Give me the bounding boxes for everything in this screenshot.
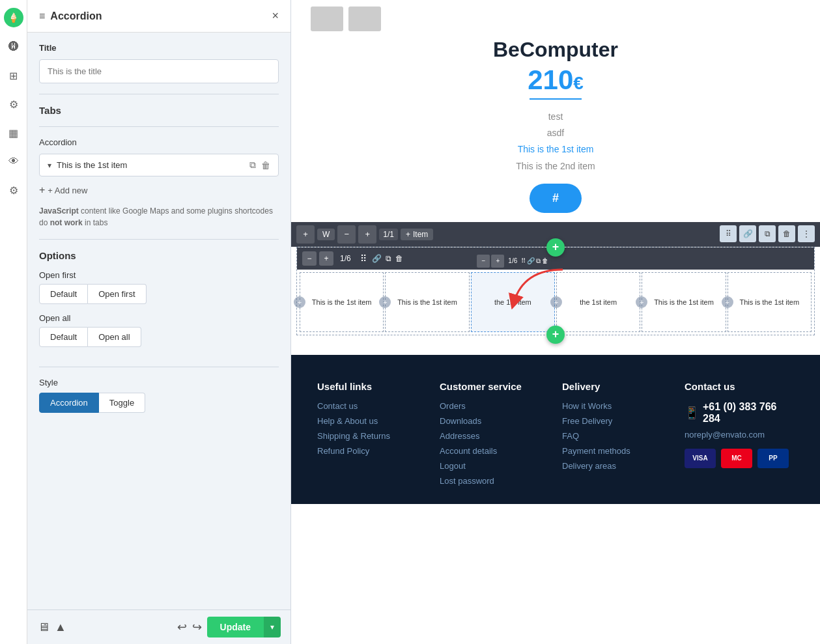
col-add-4[interactable]: + <box>550 296 562 308</box>
grid-minus-btn[interactable]: − <box>302 251 317 266</box>
undo-button[interactable]: ↩ <box>177 620 187 634</box>
footer-link-refund[interactable]: Refund Policy <box>317 446 427 456</box>
contact-email: noreply@envato.com <box>685 430 794 440</box>
price-value: 210 <box>528 64 573 95</box>
footer-link-shipping[interactable]: Shipping & Returns <box>317 431 427 441</box>
redo-button[interactable]: ↪ <box>192 620 202 634</box>
add-section-bottom-button[interactable]: + <box>546 326 565 344</box>
footer-link-faq[interactable]: FAQ <box>562 431 672 441</box>
action-buttons: ↩ ↪ Update ▾ <box>177 617 281 637</box>
style-toggle: Accordion Toggle <box>39 393 279 413</box>
blocks-icon[interactable]: ▦ <box>5 124 23 142</box>
rt-trash-icon[interactable]: 🗑 <box>778 225 795 242</box>
mini-copy[interactable]: ⧉ <box>536 257 541 265</box>
grid-col-1: + This is the 1st item <box>300 272 384 332</box>
phone-number: +61 (0) 383 766 284 <box>703 401 794 425</box>
title-label: Title <box>39 43 279 53</box>
panel-header: ≡ Accordion × <box>27 0 290 33</box>
toolbar-item-label[interactable]: + Item <box>401 229 433 240</box>
grid-copy-icon[interactable]: ⧉ <box>386 254 391 263</box>
phone-icon: 📱 <box>685 406 699 420</box>
gear-icon[interactable]: ⚙ <box>5 181 23 199</box>
wordpress-icon[interactable]: 🅦 <box>5 38 23 56</box>
device-up-icon[interactable]: ▲ <box>55 621 66 634</box>
right-toolbar: ⠿ 🔗 ⧉ 🗑 ⋮ <box>720 225 815 242</box>
delete-icon[interactable]: 🗑 <box>261 160 270 171</box>
product-thumb-1 <box>311 7 343 31</box>
rt-move-icon[interactable]: ⠿ <box>720 225 737 242</box>
settings-sliders-icon[interactable]: ⚙ <box>5 95 23 113</box>
product-meta: test asdf This is the 1st item This is t… <box>311 109 800 175</box>
grid-link-icon[interactable]: 🔗 <box>372 254 382 263</box>
col-add-1[interactable]: + <box>294 296 305 308</box>
add-new-button[interactable]: + + Add new <box>39 182 279 199</box>
mini-counter: 1/6 <box>505 257 520 265</box>
left-sidebar: 🍦 🅦 ⊞ ⚙ ▦ 👁 ⚙ <box>0 0 27 644</box>
title-input[interactable] <box>39 59 279 83</box>
col-1-text: This is the 1st item <box>312 298 372 306</box>
footer-link-downloads[interactable]: Downloads <box>440 416 549 426</box>
mastercard-icon: MC <box>721 449 752 468</box>
layout-icon[interactable]: ⊞ <box>5 66 23 85</box>
update-dropdown-button[interactable]: ▾ <box>264 617 281 637</box>
rt-more-icon[interactable]: ⋮ <box>798 225 815 242</box>
col-add-5[interactable]: + <box>636 296 647 308</box>
meta-test: test <box>311 109 800 125</box>
close-button[interactable]: × <box>272 9 279 23</box>
footer-link-logout[interactable]: Logout <box>440 461 549 471</box>
open-first-default-btn[interactable]: Default <box>39 284 88 304</box>
grid-delete-icon[interactable]: 🗑 <box>395 254 403 263</box>
footer-link-free-delivery[interactable]: Free Delivery <box>562 416 672 426</box>
footer-link-delivery-areas[interactable]: Delivery areas <box>562 461 672 471</box>
accordion-section: Accordion ▾ This is the 1st item ⧉ 🗑 + +… <box>27 127 290 239</box>
footer-link-orders[interactable]: Orders <box>440 401 549 411</box>
duplicate-icon[interactable]: ⧉ <box>249 160 256 171</box>
mini-minus[interactable]: − <box>477 255 490 268</box>
update-button[interactable]: Update <box>207 617 264 637</box>
accordion-style-btn[interactable]: Accordion <box>39 393 99 413</box>
toggle-style-btn[interactable]: Toggle <box>99 393 145 413</box>
toolbar-add-btn[interactable]: + <box>296 225 315 244</box>
meta-second-item: This is the 2nd item <box>311 158 800 175</box>
mini-delete[interactable]: 🗑 <box>542 257 548 264</box>
add-section-top-button[interactable]: + <box>546 238 565 257</box>
grid-move-icon[interactable]: ⠿ <box>360 253 367 264</box>
mini-move[interactable]: ⠿ <box>521 257 526 264</box>
footer-link-account[interactable]: Account details <box>440 446 549 456</box>
open-first-open-btn[interactable]: Open first <box>88 284 146 304</box>
footer-link-help[interactable]: Help & About us <box>317 416 427 426</box>
toolbar-minus-btn[interactable]: − <box>337 225 356 244</box>
grid-col-4: + the 1st item <box>556 272 640 332</box>
open-all-open-btn[interactable]: Open all <box>88 327 141 347</box>
col-add-6[interactable]: + <box>722 296 733 308</box>
open-first-toggle: Default Open first <box>39 284 279 304</box>
hash-button[interactable]: # <box>530 184 582 213</box>
paypal-icon: PP <box>757 449 789 468</box>
app-logo: 🍦 <box>4 8 23 27</box>
mini-plus[interactable]: + <box>491 255 504 268</box>
accordion-icon: ≡ <box>39 10 45 22</box>
product-title: BeComputer <box>311 38 800 62</box>
accordion-item-row[interactable]: ▾ This is the 1st item ⧉ 🗑 <box>39 154 279 176</box>
col-add-2[interactable]: + <box>379 296 391 308</box>
mini-link[interactable]: 🔗 <box>527 257 535 264</box>
footer-delivery: Delivery How it Works Free Delivery FAQ … <box>562 381 672 491</box>
footer-link-payment-methods[interactable]: Payment methods <box>562 446 672 456</box>
footer-link-contact[interactable]: Contact us <box>317 401 427 411</box>
eye-icon[interactable]: 👁 <box>5 152 23 171</box>
rt-link-icon[interactable]: 🔗 <box>739 225 756 242</box>
open-all-default-btn[interactable]: Default <box>39 327 88 347</box>
col-6-text: This is the 1st item <box>739 298 799 306</box>
footer-link-how-it-works[interactable]: How it Works <box>562 401 672 411</box>
grid-plus-btn[interactable]: + <box>319 251 333 266</box>
col-3-text: the 1st item <box>494 298 531 306</box>
desktop-icon[interactable]: 🖥 <box>38 621 49 634</box>
style-section: Style Accordion Toggle <box>27 367 290 423</box>
footer-link-lost-password[interactable]: Lost password <box>440 476 549 486</box>
footer-contact: Contact us 📱 +61 (0) 383 766 284 noreply… <box>685 381 794 491</box>
footer-useful-links: Useful links Contact us Help & About us … <box>317 381 427 491</box>
rt-copy-icon[interactable]: ⧉ <box>759 225 776 242</box>
footer-link-addresses[interactable]: Addresses <box>440 431 549 441</box>
toolbar-plus-btn[interactable]: + <box>358 225 376 244</box>
toolbar-w-label[interactable]: W <box>317 229 335 240</box>
